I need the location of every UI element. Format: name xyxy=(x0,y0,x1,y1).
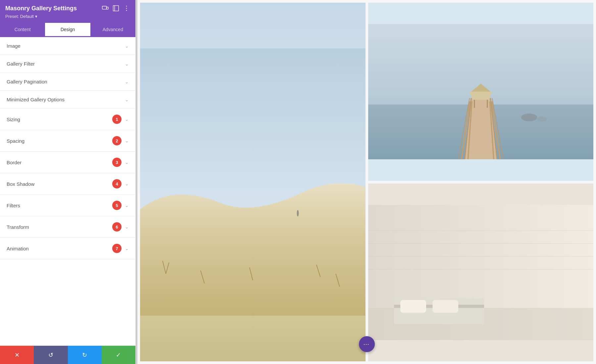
chevron-sizing: ⌄ xyxy=(125,117,129,122)
svg-point-31 xyxy=(537,117,547,122)
badge-transform: 6 xyxy=(112,222,122,232)
accordion-header-border[interactable]: Border 3 ⌄ xyxy=(0,152,135,173)
accordion-label-minimized-gallery: Minimized Gallery Options xyxy=(7,97,65,102)
chevron-transform: ⌄ xyxy=(125,224,129,230)
accordion-item-gallery-filter: Gallery Filter ⌄ xyxy=(0,55,135,73)
badge-sizing: 1 xyxy=(112,115,122,124)
svg-marker-26 xyxy=(470,92,492,100)
cancel-icon: ✕ xyxy=(15,351,20,359)
tabs-bar: Content Design Advanced xyxy=(0,23,135,37)
chevron-image: ⌄ xyxy=(125,43,129,49)
save-button[interactable]: ✓ xyxy=(102,346,135,364)
chevron-minimized-gallery: ⌄ xyxy=(125,97,129,102)
right-panel: ••• xyxy=(137,0,596,364)
accordion-header-gallery-pagination[interactable]: Gallery Pagination ⌄ xyxy=(0,73,135,90)
accordion-item-gallery-pagination: Gallery Pagination ⌄ xyxy=(0,73,135,91)
svg-point-6 xyxy=(126,10,127,11)
desert-svg xyxy=(140,3,366,361)
accordion-header-filters[interactable]: Filters 5 ⌄ xyxy=(0,195,135,216)
undo-button[interactable]: ↺ xyxy=(34,346,68,364)
accordion-header-spacing[interactable]: Spacing 2 ⌄ xyxy=(0,130,135,151)
gallery-image-room xyxy=(368,183,594,362)
accordion-item-filters: Filters 5 ⌄ xyxy=(0,195,135,216)
cancel-button[interactable]: ✕ xyxy=(0,346,34,364)
accordion-label-spacing: Spacing xyxy=(7,138,25,144)
expand-icon[interactable] xyxy=(112,5,120,12)
panel-title: Masonry Gallery Settings xyxy=(5,5,77,12)
accordion-header-box-shadow[interactable]: Box Shadow 4 ⌄ xyxy=(0,173,135,194)
tab-design[interactable]: Design xyxy=(45,23,90,37)
redo-button[interactable]: ↻ xyxy=(68,346,102,364)
undo-icon: ↺ xyxy=(48,351,53,359)
tab-content[interactable]: Content xyxy=(0,23,45,37)
svg-point-4 xyxy=(126,6,127,7)
bottom-bar: ✕ ↺ ↻ ✓ xyxy=(0,345,135,364)
svg-rect-0 xyxy=(102,6,107,9)
accordion-label-transform: Transform xyxy=(7,224,29,230)
accordion-header-image[interactable]: Image ⌄ xyxy=(0,37,135,55)
panel-header: Masonry Gallery Settings xyxy=(0,0,135,23)
gallery-grid xyxy=(137,0,596,364)
accordion-header-gallery-filter[interactable]: Gallery Filter ⌄ xyxy=(0,55,135,73)
badge-filters: 5 xyxy=(112,201,122,210)
svg-rect-2 xyxy=(113,6,119,11)
left-panel: Masonry Gallery Settings xyxy=(0,0,136,364)
gallery-col-right xyxy=(368,3,594,361)
accordion-label-box-shadow: Box Shadow xyxy=(7,181,34,187)
badge-box-shadow: 4 xyxy=(112,179,122,188)
save-icon: ✓ xyxy=(116,351,121,359)
more-icon[interactable] xyxy=(123,5,130,12)
accordion-header-sizing[interactable]: Sizing 1 ⌄ xyxy=(0,109,135,130)
pier-svg xyxy=(368,3,594,181)
gallery-image-pier xyxy=(368,3,594,181)
svg-rect-41 xyxy=(432,300,458,313)
accordion-item-image: Image ⌄ xyxy=(0,37,135,55)
chevron-box-shadow: ⌄ xyxy=(125,181,129,186)
accordion-body: Image ⌄ Gallery Filter ⌄ Gallery Paginat… xyxy=(0,37,135,345)
room-svg xyxy=(368,183,594,362)
accordion-header-transform[interactable]: Transform 6 ⌄ xyxy=(0,216,135,237)
accordion-item-transform: Transform 6 ⌄ xyxy=(0,216,135,238)
badge-animation: 7 xyxy=(112,244,122,253)
responsive-icon[interactable] xyxy=(102,5,109,12)
header-icons xyxy=(102,5,130,12)
accordion-item-border: Border 3 ⌄ xyxy=(0,152,135,173)
accordion-label-image: Image xyxy=(7,43,21,49)
accordion-item-box-shadow: Box Shadow 4 ⌄ xyxy=(0,173,135,195)
accordion-header-animation[interactable]: Animation 7 ⌄ xyxy=(0,238,135,259)
gallery-image-desert xyxy=(140,3,366,361)
chevron-spacing: ⌄ xyxy=(125,138,129,143)
accordion-label-border: Border xyxy=(7,160,22,165)
accordion-label-filters: Filters xyxy=(7,203,20,208)
accordion-label-animation: Animation xyxy=(7,246,29,251)
svg-rect-40 xyxy=(400,300,426,313)
svg-point-5 xyxy=(126,8,127,9)
badge-border: 3 xyxy=(112,158,122,167)
badge-spacing: 2 xyxy=(112,136,122,145)
chevron-filters: ⌄ xyxy=(125,203,129,208)
svg-point-30 xyxy=(521,114,537,121)
accordion-item-animation: Animation 7 ⌄ xyxy=(0,238,135,259)
preset-label[interactable]: Preset: Default ▾ xyxy=(5,14,130,19)
redo-icon: ↻ xyxy=(82,351,87,359)
accordion-item-minimized-gallery: Minimized Gallery Options ⌄ xyxy=(0,91,135,109)
accordion-item-sizing: Sizing 1 ⌄ xyxy=(0,109,135,130)
chevron-border: ⌄ xyxy=(125,160,129,165)
accordion-item-spacing: Spacing 2 ⌄ xyxy=(0,130,135,152)
chevron-animation: ⌄ xyxy=(125,246,129,251)
accordion-label-sizing: Sizing xyxy=(7,117,20,122)
svg-rect-1 xyxy=(107,7,109,9)
accordion-label-gallery-filter: Gallery Filter xyxy=(7,61,35,67)
accordion-label-gallery-pagination: Gallery Pagination xyxy=(7,79,47,84)
fab-icon: ••• xyxy=(364,343,370,346)
tab-advanced[interactable]: Advanced xyxy=(90,23,135,37)
accordion-header-minimized-gallery[interactable]: Minimized Gallery Options ⌄ xyxy=(0,91,135,108)
chevron-gallery-pagination: ⌄ xyxy=(125,79,129,84)
fab-button[interactable]: ••• xyxy=(359,336,375,352)
gallery-col-left xyxy=(140,3,366,361)
chevron-gallery-filter: ⌄ xyxy=(125,61,129,67)
svg-point-8 xyxy=(297,210,299,216)
